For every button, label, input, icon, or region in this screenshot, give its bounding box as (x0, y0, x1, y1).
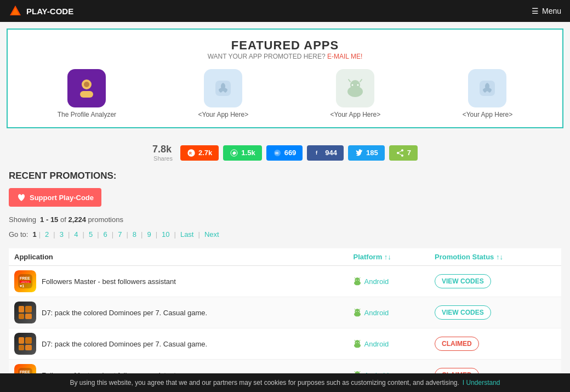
facebook-share-button[interactable]: f 944 (307, 145, 344, 161)
reddit-share-button[interactable]: R 2.7k (180, 145, 219, 161)
table-row: D7: pack the colored Dominoes per 7. Cas… (9, 328, 561, 360)
featured-app-3[interactable]: <Your App Here> (330, 69, 381, 118)
svg-rect-37 (19, 314, 24, 319)
pagination-page-3[interactable]: 3 (58, 229, 66, 240)
featured-apps-list: The Profile Analyzer <Your App Here> (16, 69, 554, 118)
svg-line-22 (398, 150, 402, 153)
profile-analyzer-icon (76, 77, 98, 99)
messenger-share-button[interactable]: ✉ 669 (266, 145, 303, 161)
svg-point-31 (356, 280, 357, 281)
logo-text: PLAY-CODE (26, 7, 73, 16)
showing-start: 1 (40, 215, 44, 224)
svg-line-65 (360, 371, 361, 372)
platform-link[interactable]: Android (364, 340, 389, 348)
view-codes-button[interactable]: VIEW CODES (435, 305, 491, 320)
platform-link[interactable]: Android (364, 309, 389, 317)
claimed-button[interactable]: CLAIMED (435, 337, 479, 351)
showing-text: Showing 1 - 15 of 2,224 promotions (9, 215, 561, 224)
header-logo[interactable]: PLAY-CODE (9, 4, 73, 18)
app-3-name: <Your App Here> (330, 111, 381, 118)
platform-sort-link[interactable]: Platform ↑↓ (353, 253, 391, 261)
svg-line-43 (355, 309, 356, 310)
svg-point-41 (356, 311, 357, 312)
section-title: RECENT PROMOTIONS: (9, 171, 561, 181)
pagination: Go to: 1 | 2 | 3 | 4 | 5 | 6 | 7 | 8 | 9… (9, 229, 561, 240)
platform-cell: Android (347, 297, 429, 328)
showing-end: 15 (50, 215, 58, 224)
featured-app-1[interactable]: The Profile Analyzer (58, 69, 116, 118)
menu-button[interactable]: ☰ Menu (532, 7, 561, 15)
pagination-page-10[interactable]: 10 (159, 229, 172, 240)
share-total: 7.8k Shares (152, 144, 174, 162)
featured-app-4[interactable]: <Your App Here> (463, 69, 513, 118)
col-application: Application (9, 248, 347, 266)
pagination-page-5[interactable]: 5 (87, 229, 95, 240)
svg-point-52 (358, 342, 360, 343)
featured-apps-section: FEATURED APPS WANT YOUR APP PROMOTED HER… (7, 29, 563, 128)
svg-line-10 (349, 79, 350, 82)
app-icon-profile (67, 69, 106, 107)
table-row: FREE LIMITED ♥1 Followers Master - best … (9, 266, 561, 297)
android-icon (353, 308, 362, 317)
pagination-page-4[interactable]: 4 (72, 229, 80, 240)
col-promotion-status[interactable]: Promotion Status ↑↓ (429, 248, 561, 266)
status-cell: CLAIMED (429, 328, 561, 360)
whatsapp-share-button[interactable]: 1.5k (223, 145, 261, 161)
support-button[interactable]: Support Play-Code (9, 188, 101, 207)
showing-label: promotions (88, 215, 123, 224)
featured-title: FEATURED APPS (16, 38, 554, 53)
platform-link[interactable]: Android (364, 277, 389, 286)
promotions-table: Application Platform ↑↓ Promotion Status… (9, 248, 561, 392)
twitter-share-button[interactable]: 185 (348, 145, 385, 161)
svg-line-11 (360, 79, 362, 82)
svg-text:f: f (316, 150, 318, 156)
android-placeholder-icon (344, 77, 366, 99)
ios-icon (213, 78, 233, 98)
twitter-count: 185 (366, 149, 378, 157)
pagination-page-8[interactable]: 8 (130, 229, 139, 240)
platform-cell: Android (347, 266, 429, 297)
view-codes-button[interactable]: VIEW CODES (435, 274, 491, 288)
svg-text:✉: ✉ (275, 151, 278, 155)
featured-app-2[interactable]: <Your App Here> (198, 69, 249, 118)
app-cell: D7: pack the colored Dominoes per 7. Cas… (9, 328, 347, 360)
share-bar: 7.8k Shares R 2.7k 1.5k ✉ 669 f 944 185 … (0, 135, 570, 171)
app-2-name: <Your App Here> (198, 111, 249, 118)
svg-rect-45 (19, 337, 24, 344)
app-cell: FREE LIMITED ♥1 Followers Master - best … (9, 266, 347, 297)
share-icon (396, 149, 404, 157)
support-btn-label: Support Play-Code (30, 194, 94, 202)
svg-point-51 (356, 342, 357, 343)
table-row: D7: pack the colored Dominoes per 7. Cas… (9, 297, 561, 328)
share-count-label: Shares (152, 155, 174, 162)
android-icon (353, 339, 362, 348)
svg-rect-47 (19, 345, 24, 350)
pagination-goto-label: Go to: (9, 230, 28, 238)
app-icon-placeholder-3 (336, 69, 374, 107)
whatsapp-icon (230, 149, 238, 157)
app-icon-placeholder-2 (204, 69, 242, 107)
reddit-icon: R (187, 149, 196, 157)
pagination-page-9[interactable]: 9 (145, 229, 153, 240)
status-sort-link[interactable]: Promotion Status ↑↓ (435, 253, 503, 261)
pagination-page-7[interactable]: 7 (116, 229, 124, 240)
svg-line-23 (398, 153, 402, 156)
pagination-page-6[interactable]: 6 (101, 229, 110, 240)
pagination-next[interactable]: Next (202, 229, 221, 240)
app-name: D7: pack the colored Dominoes per 7. Cas… (42, 340, 207, 348)
logo-icon (9, 4, 22, 18)
pagination-page-1-current: 1 (32, 230, 36, 238)
generic-share-button[interactable]: 7 (389, 145, 418, 161)
pagination-last[interactable]: Last (178, 229, 196, 240)
svg-rect-46 (25, 337, 32, 344)
svg-line-54 (360, 340, 361, 341)
android-icon (353, 277, 362, 286)
cookie-banner: By using this website, you agree that we… (0, 373, 570, 392)
email-link[interactable]: E-MAIL ME! (327, 53, 362, 60)
col-platform[interactable]: Platform ↑↓ (347, 248, 429, 266)
svg-text:R: R (189, 151, 192, 155)
cookie-understand-link[interactable]: I Understand (463, 379, 500, 387)
header: PLAY-CODE ☰ Menu (0, 0, 570, 22)
menu-label: Menu (542, 7, 561, 15)
pagination-page-2[interactable]: 2 (43, 229, 51, 240)
